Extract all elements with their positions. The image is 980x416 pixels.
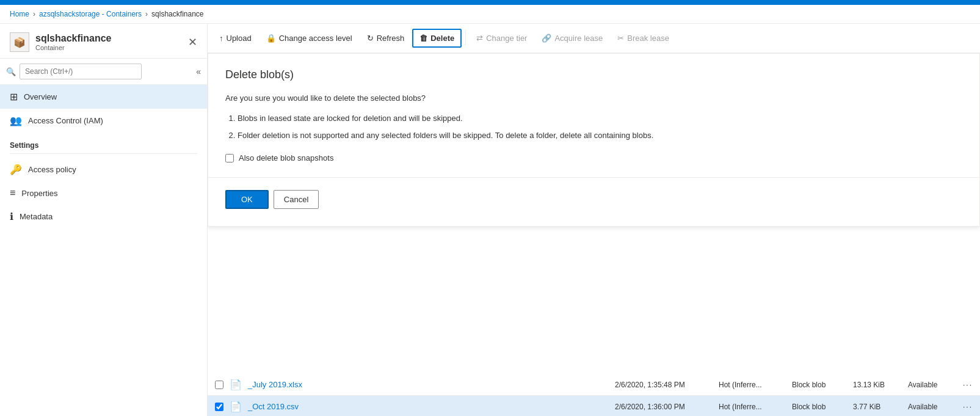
delete-icon: 🗑 (419, 34, 427, 43)
sidebar-item-properties-label: Properties (21, 189, 57, 198)
collapse-button[interactable]: « (196, 67, 201, 76)
delete-dialog: Delete blob(s) Are you sure you would li… (208, 53, 980, 227)
metadata-icon: ℹ (10, 211, 13, 222)
change-access-button[interactable]: 🔒 Change access level (260, 29, 359, 47)
change-tier-label: Change tier (486, 34, 527, 43)
sidebar-item-iam-label: Access Control (IAM) (28, 116, 103, 125)
search-input[interactable] (20, 64, 142, 79)
search-bar: 🔍 « (0, 59, 207, 85)
change-access-label: Change access level (279, 34, 352, 43)
ok-button[interactable]: OK (225, 190, 269, 209)
change-tier-button[interactable]: ⇄ Change tier (470, 29, 534, 47)
sidebar-item-access-policy[interactable]: 🔑 Access policy (0, 158, 207, 181)
sidebar-item-metadata-label: Metadata (20, 212, 53, 221)
properties-icon: ≡ (10, 188, 15, 199)
iam-icon: 👥 (10, 115, 22, 126)
dialog-question: Are you sure you would like to delete th… (225, 93, 962, 103)
snapshot-checkbox-label: Also delete blob snapshots (239, 153, 333, 162)
dialog-area: Delete blob(s) Are you sure you would li… (208, 53, 980, 416)
file-date-2: 2/6/2020, 1:36:00 PM (615, 403, 713, 411)
file-checkbox-2[interactable] (215, 403, 223, 411)
file-size-2: 3.77 KiB (853, 403, 902, 411)
file-date-1: 2/6/2020, 1:35:48 PM (615, 381, 713, 389)
file-type-2: Block blob (792, 403, 847, 411)
breadcrumb-home[interactable]: Home (10, 10, 29, 18)
refresh-label: Refresh (377, 34, 405, 43)
file-menu-2[interactable]: ··· (963, 403, 973, 411)
sidebar-item-properties[interactable]: ≡ Properties (0, 181, 207, 205)
sidebar-item-iam[interactable]: 👥 Access Control (IAM) (0, 109, 207, 133)
file-name-2[interactable]: _Oct 2019.csv (248, 402, 609, 411)
dialog-buttons: OK Cancel (225, 190, 962, 209)
sidebar-item-access-policy-label: Access policy (28, 165, 76, 174)
upload-button[interactable]: ↑ Upload (212, 29, 258, 47)
breadcrumb: Home › azsqlshackstorage - Containers › … (0, 5, 980, 24)
upload-icon: ↑ (219, 34, 223, 43)
file-tier-2: Hot (Inferre... (719, 403, 786, 411)
settings-label: Settings (0, 133, 207, 153)
dialog-divider (208, 177, 979, 178)
file-status-2: Available (908, 403, 957, 411)
sidebar-item-overview-label: Overview (24, 92, 57, 101)
refresh-button[interactable]: ↻ Refresh (360, 29, 412, 47)
change-tier-icon: ⇄ (476, 34, 483, 43)
upload-label: Upload (227, 34, 252, 43)
toolbar: ↑ Upload 🔒 Change access level ↻ Refresh… (208, 24, 980, 53)
table-row: 📄 _Oct 2019.csv 2/6/2020, 1:36:00 PM Hot… (208, 396, 980, 416)
sidebar-item-metadata[interactable]: ℹ Metadata (0, 205, 207, 228)
snapshot-checkbox[interactable] (225, 154, 234, 162)
breadcrumb-containers[interactable]: azsqlshackstorage - Containers (39, 10, 142, 18)
breadcrumb-current: sqlshackfinance (151, 10, 203, 18)
content-area: ↑ Upload 🔒 Change access level ↻ Refresh… (208, 24, 980, 416)
file-list: 📄 _July 2019.xlsx 2/6/2020, 1:35:48 PM H… (208, 374, 980, 416)
delete-button[interactable]: 🗑 Delete (412, 29, 462, 48)
dialog-title: Delete blob(s) (225, 68, 962, 81)
snapshot-checkbox-row: Also delete blob snapshots (225, 153, 962, 162)
file-size-1: 13.13 KiB (853, 381, 902, 389)
refresh-icon: ↻ (367, 34, 374, 43)
access-policy-icon: 🔑 (10, 164, 22, 175)
dialog-list-item-1: Blobs in leased state are locked for del… (238, 112, 962, 125)
sidebar-item-overview[interactable]: ⊞ Overview (0, 85, 207, 109)
azure-top-bar (0, 0, 980, 5)
breadcrumb-sep-2: › (145, 10, 148, 18)
close-button[interactable]: ✕ (188, 35, 197, 49)
search-icon: 🔍 (6, 67, 16, 76)
overview-icon: ⊞ (10, 91, 18, 103)
cancel-button[interactable]: Cancel (274, 190, 319, 209)
table-row: 📄 _July 2019.xlsx 2/6/2020, 1:35:48 PM H… (208, 374, 980, 396)
break-lease-button[interactable]: ✂ Break lease (611, 29, 676, 47)
sidebar-title-block: sqlshackfinance Container (35, 33, 112, 51)
sidebar-title: sqlshackfinance (35, 33, 112, 44)
sidebar-header: 📦 sqlshackfinance Container ✕ (0, 24, 207, 59)
settings-divider (10, 153, 197, 154)
file-icon-1: 📄 (230, 379, 242, 390)
file-status-1: Available (908, 381, 957, 389)
acquire-lease-button[interactable]: 🔗 Acquire lease (535, 29, 609, 47)
file-type-1: Block blob (792, 381, 847, 389)
acquire-lease-icon: 🔗 (542, 34, 551, 43)
acquire-lease-label: Acquire lease (554, 34, 603, 43)
main-container: 📦 sqlshackfinance Container ✕ 🔍 « ⊞ Over… (0, 24, 980, 416)
file-icon-2: 📄 (230, 401, 242, 412)
sidebar: 📦 sqlshackfinance Container ✕ 🔍 « ⊞ Over… (0, 24, 208, 416)
sidebar-subtitle: Container (35, 44, 112, 51)
breadcrumb-sep-1: › (33, 10, 35, 18)
delete-label: Delete (430, 34, 454, 43)
dialog-list: Blobs in leased state are locked for del… (238, 112, 962, 141)
dialog-list-item-2: Folder deletion is not supported and any… (238, 130, 962, 142)
break-lease-icon: ✂ (617, 34, 624, 43)
lock-icon: 🔒 (266, 34, 276, 43)
break-lease-label: Break lease (627, 34, 669, 43)
toolbar-sep (465, 31, 466, 46)
file-name-1[interactable]: _July 2019.xlsx (248, 380, 609, 389)
file-menu-1[interactable]: ··· (963, 381, 973, 389)
container-icon: 📦 (10, 32, 29, 52)
file-checkbox-1[interactable] (215, 381, 223, 389)
file-tier-1: Hot (Inferre... (719, 381, 786, 389)
